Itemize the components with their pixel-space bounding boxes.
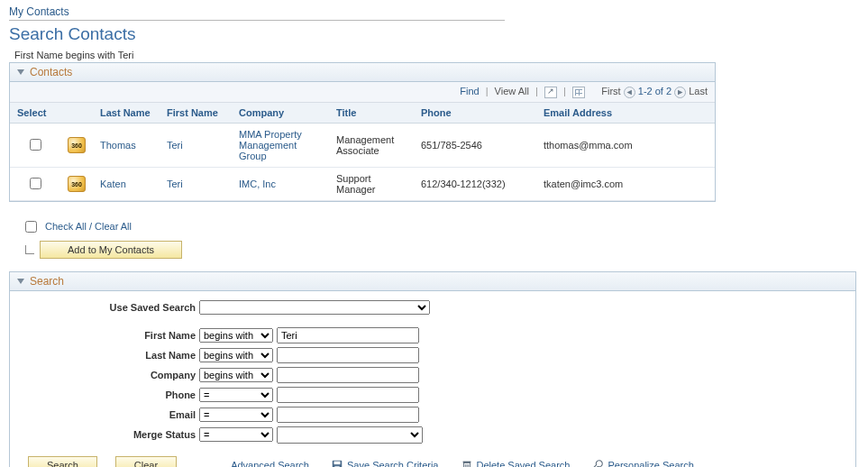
search-button[interactable]: Search (28, 456, 97, 467)
col-email[interactable]: Email Address (536, 103, 715, 124)
tree-angle-icon (25, 245, 34, 254)
next-icon[interactable]: ► (674, 87, 686, 98)
merge-status-op[interactable]: = (199, 427, 273, 442)
360-icon[interactable]: 360 (68, 176, 86, 192)
clear-button[interactable]: Clear (115, 456, 177, 467)
col-select[interactable]: Select (10, 103, 60, 124)
company-input[interactable] (277, 367, 419, 383)
search-section-title: Search (30, 275, 64, 288)
col-first-name[interactable]: First Name (160, 103, 232, 124)
phone-op[interactable]: = (199, 388, 273, 402)
personalize-label: Personalize Search (608, 460, 693, 467)
use-saved-search-label: Use Saved Search (23, 302, 199, 313)
last-name-op[interactable]: begins with (199, 348, 273, 362)
contacts-table: Select Last Name First Name Company Titl… (10, 103, 715, 201)
email-cell: tthomas@mma.com (536, 123, 715, 167)
prev-icon[interactable]: ◄ (624, 87, 635, 98)
add-to-my-contacts-button[interactable]: Add to My Contacts (40, 241, 182, 259)
col-360 (60, 103, 93, 124)
email-input[interactable] (277, 407, 419, 423)
page-title: Search Contacts (9, 24, 859, 44)
col-phone[interactable]: Phone (414, 103, 536, 124)
table-row: 360 Katen Teri IMC, Inc Support Manager … (10, 167, 715, 200)
title-cell: Support Manager (329, 167, 414, 200)
email-op[interactable]: = (199, 407, 273, 422)
email-cell: tkaten@imc3.com (536, 167, 715, 200)
first-name-label: First Name (23, 330, 199, 341)
first-name-link[interactable]: Teri (167, 179, 183, 189)
search-section: Search Use Saved Search First Name begin… (9, 271, 856, 467)
contacts-section: Contacts Find | View All | | First ◄ 1-2… (9, 62, 716, 202)
save-search-criteria-link[interactable]: Save Search Criteria (331, 459, 439, 467)
grid-view-icon[interactable] (572, 87, 585, 98)
phone-cell: 612/340-1212(332) (414, 167, 536, 200)
collapse-icon[interactable] (17, 69, 24, 75)
advanced-search-link[interactable]: Advanced Search (231, 460, 309, 467)
breadcrumb-my-contacts[interactable]: My Contacts (9, 5, 69, 18)
wrench-icon (591, 459, 604, 467)
phone-label: Phone (23, 389, 199, 400)
delete-saved-search-link[interactable]: Delete Saved Search (461, 459, 571, 467)
phone-input[interactable] (277, 387, 419, 403)
search-criteria-summary: First Name begins with Teri (14, 50, 859, 60)
delete-saved-label: Delete Saved Search (477, 460, 571, 467)
grid-last[interactable]: Last (689, 86, 708, 96)
company-op[interactable]: begins with (199, 368, 273, 382)
merge-status-label: Merge Status (23, 429, 199, 440)
row-select-checkbox[interactable] (30, 139, 41, 151)
col-last-name[interactable]: Last Name (93, 103, 160, 124)
collapse-icon[interactable] (17, 279, 24, 284)
check-all-link[interactable]: Check All / Clear All (45, 221, 132, 232)
save-search-label: Save Search Criteria (347, 460, 439, 467)
title-cell: Management Associate (329, 123, 414, 167)
company-link[interactable]: IMC, Inc (239, 179, 276, 189)
360-icon[interactable]: 360 (68, 137, 86, 153)
col-company[interactable]: Company (232, 103, 329, 124)
phone-cell: 651/785-2546 (414, 123, 536, 167)
table-row: 360 Thomas Teri MMA Property Management … (10, 123, 715, 167)
col-title[interactable]: Title (329, 103, 414, 124)
use-saved-search-select[interactable] (199, 300, 430, 315)
last-name-link[interactable]: Katen (100, 179, 126, 189)
company-label: Company (23, 370, 199, 380)
trash-icon (461, 459, 473, 467)
personalize-search-link[interactable]: Personalize Search (591, 459, 693, 467)
svg-rect-4 (462, 461, 471, 462)
popout-icon[interactable] (544, 87, 557, 98)
merge-status-select[interactable] (277, 426, 423, 444)
first-name-link[interactable]: Teri (167, 140, 183, 151)
svg-rect-1 (334, 461, 341, 464)
last-name-input[interactable] (277, 347, 419, 363)
last-name-link[interactable]: Thomas (100, 140, 136, 151)
first-name-op[interactable]: begins with (199, 328, 273, 343)
contacts-section-title: Contacts (30, 66, 72, 78)
save-icon (331, 459, 343, 467)
check-all-checkbox[interactable] (25, 221, 37, 233)
grid-nav-bar: Find | View All | | First ◄ 1-2 of 2 ► L… (10, 82, 715, 103)
company-link[interactable]: MMA Property Management Group (239, 129, 302, 161)
grid-first[interactable]: First (601, 86, 620, 96)
first-name-input[interactable] (277, 327, 419, 343)
email-label: Email (23, 409, 199, 420)
row-select-checkbox[interactable] (30, 178, 41, 189)
last-name-label: Last Name (23, 350, 199, 361)
grid-range[interactable]: 1-2 of 2 (638, 86, 672, 96)
grid-view-all[interactable]: View All (495, 86, 529, 96)
grid-find-link[interactable]: Find (460, 86, 479, 96)
